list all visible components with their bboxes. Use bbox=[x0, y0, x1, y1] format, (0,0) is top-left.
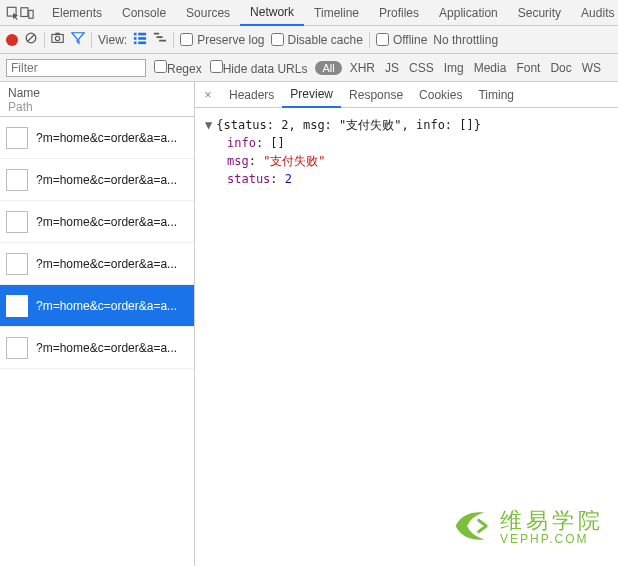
svg-rect-1 bbox=[21, 7, 28, 16]
request-list-header: Name Path bbox=[0, 82, 194, 117]
preview-summary[interactable]: ▼{status: 2, msg: "支付失败", info: []} bbox=[205, 116, 608, 134]
tab-audits[interactable]: Audits bbox=[571, 0, 618, 26]
svg-rect-12 bbox=[134, 42, 137, 45]
offline-checkbox[interactable]: Offline bbox=[376, 33, 427, 47]
request-item[interactable]: ?m=home&c=order&a=a... bbox=[0, 243, 194, 285]
device-mode-icon[interactable] bbox=[20, 1, 34, 25]
svg-rect-10 bbox=[134, 37, 137, 40]
preview-pane: ▼{status: 2, msg: "支付失败", info: []} info… bbox=[195, 108, 618, 196]
network-main: Name Path ?m=home&c=order&a=a...?m=home&… bbox=[0, 82, 618, 566]
request-item[interactable]: ?m=home&c=order&a=a... bbox=[0, 327, 194, 369]
close-icon[interactable]: × bbox=[199, 88, 217, 102]
detail-tab-headers[interactable]: Headers bbox=[221, 82, 282, 108]
preview-row: status: 2 bbox=[205, 170, 608, 188]
request-thumb bbox=[6, 337, 28, 359]
regex-checkbox[interactable]: Regex bbox=[154, 60, 202, 76]
filter-type-xhr[interactable]: XHR bbox=[350, 61, 375, 75]
request-thumb bbox=[6, 295, 28, 317]
svg-rect-7 bbox=[55, 33, 59, 35]
request-item[interactable]: ?m=home&c=order&a=a... bbox=[0, 117, 194, 159]
svg-rect-13 bbox=[138, 42, 146, 45]
clear-icon[interactable] bbox=[24, 31, 38, 48]
tab-timeline[interactable]: Timeline bbox=[304, 0, 369, 26]
request-thumb bbox=[6, 211, 28, 233]
filter-type-css[interactable]: CSS bbox=[409, 61, 434, 75]
tab-application[interactable]: Application bbox=[429, 0, 508, 26]
svg-line-4 bbox=[28, 35, 35, 42]
svg-rect-2 bbox=[29, 10, 33, 18]
filter-type-ws[interactable]: WS bbox=[582, 61, 601, 75]
filter-type-js[interactable]: JS bbox=[385, 61, 399, 75]
filter-icon[interactable] bbox=[71, 31, 85, 48]
preview-row: info: [] bbox=[205, 134, 608, 152]
waterfall-icon[interactable] bbox=[153, 31, 167, 48]
network-toolbar: View: Preserve log Disable cache Offline… bbox=[0, 26, 618, 54]
separator bbox=[173, 32, 174, 48]
hide-data-urls-checkbox[interactable]: Hide data URLs bbox=[210, 60, 308, 76]
filter-type-doc[interactable]: Doc bbox=[550, 61, 571, 75]
svg-rect-11 bbox=[138, 37, 146, 40]
preview-row: msg: "支付失败" bbox=[205, 152, 608, 170]
expand-icon[interactable]: ▼ bbox=[205, 118, 212, 132]
svg-rect-16 bbox=[159, 40, 166, 42]
tab-elements[interactable]: Elements bbox=[42, 0, 112, 26]
request-thumb bbox=[6, 169, 28, 191]
request-item[interactable]: ?m=home&c=order&a=a... bbox=[0, 201, 194, 243]
inspect-element-icon[interactable] bbox=[6, 1, 20, 25]
throttling-select[interactable]: No throttling bbox=[433, 33, 498, 47]
svg-rect-9 bbox=[138, 33, 146, 36]
svg-rect-15 bbox=[157, 36, 163, 38]
request-list: Name Path ?m=home&c=order&a=a...?m=home&… bbox=[0, 82, 195, 566]
request-items: ?m=home&c=order&a=a...?m=home&c=order&a=… bbox=[0, 117, 194, 566]
detail-tab-preview[interactable]: Preview bbox=[282, 82, 341, 108]
disable-cache-checkbox[interactable]: Disable cache bbox=[271, 33, 363, 47]
svg-rect-8 bbox=[134, 33, 137, 36]
filter-input[interactable] bbox=[6, 59, 146, 77]
view-label: View: bbox=[98, 33, 127, 47]
request-item[interactable]: ?m=home&c=order&a=a... bbox=[0, 159, 194, 201]
request-name: ?m=home&c=order&a=a... bbox=[36, 257, 188, 271]
tab-profiles[interactable]: Profiles bbox=[369, 0, 429, 26]
filter-types: XHRJSCSSImgMediaFontDocWS bbox=[350, 61, 601, 75]
large-rows-icon[interactable] bbox=[133, 31, 147, 48]
watermark: 维易学院 VEPHP.COM bbox=[446, 503, 604, 552]
filter-type-media[interactable]: Media bbox=[474, 61, 507, 75]
main-tabs: ElementsConsoleSourcesNetworkTimelinePro… bbox=[42, 0, 618, 26]
preserve-log-checkbox[interactable]: Preserve log bbox=[180, 33, 264, 47]
tab-security[interactable]: Security bbox=[508, 0, 571, 26]
detail-tab-response[interactable]: Response bbox=[341, 82, 411, 108]
col-name: Name bbox=[8, 86, 40, 100]
separator bbox=[44, 32, 45, 48]
detail-tab-cookies[interactable]: Cookies bbox=[411, 82, 470, 108]
filter-type-font[interactable]: Font bbox=[516, 61, 540, 75]
request-detail: × HeadersPreviewResponseCookiesTiming ▼{… bbox=[195, 82, 618, 566]
watermark-en: VEPHP.COM bbox=[500, 533, 604, 546]
capture-screenshot-icon[interactable] bbox=[51, 31, 65, 48]
request-item[interactable]: ?m=home&c=order&a=a... bbox=[0, 285, 194, 327]
tab-network[interactable]: Network bbox=[240, 0, 304, 26]
detail-tab-timing[interactable]: Timing bbox=[470, 82, 522, 108]
tab-sources[interactable]: Sources bbox=[176, 0, 240, 26]
request-thumb bbox=[6, 127, 28, 149]
watermark-logo-icon bbox=[446, 503, 492, 552]
col-path: Path bbox=[8, 100, 40, 114]
svg-rect-14 bbox=[154, 33, 159, 35]
request-name: ?m=home&c=order&a=a... bbox=[36, 215, 188, 229]
filter-type-img[interactable]: Img bbox=[444, 61, 464, 75]
request-thumb bbox=[6, 253, 28, 275]
separator bbox=[369, 32, 370, 48]
devtools-top-bar: ElementsConsoleSourcesNetworkTimelinePro… bbox=[0, 0, 618, 26]
watermark-cn: 维易学院 bbox=[500, 509, 604, 533]
request-name: ?m=home&c=order&a=a... bbox=[36, 299, 188, 313]
detail-tabs: × HeadersPreviewResponseCookiesTiming bbox=[195, 82, 618, 108]
request-name: ?m=home&c=order&a=a... bbox=[36, 173, 188, 187]
record-button[interactable] bbox=[6, 34, 18, 46]
tab-console[interactable]: Console bbox=[112, 0, 176, 26]
request-name: ?m=home&c=order&a=a... bbox=[36, 341, 188, 355]
filter-type-all[interactable]: All bbox=[315, 61, 341, 75]
request-name: ?m=home&c=order&a=a... bbox=[36, 131, 188, 145]
svg-point-6 bbox=[55, 36, 59, 40]
filter-bar: Regex Hide data URLs All XHRJSCSSImgMedi… bbox=[0, 54, 618, 82]
separator bbox=[91, 32, 92, 48]
